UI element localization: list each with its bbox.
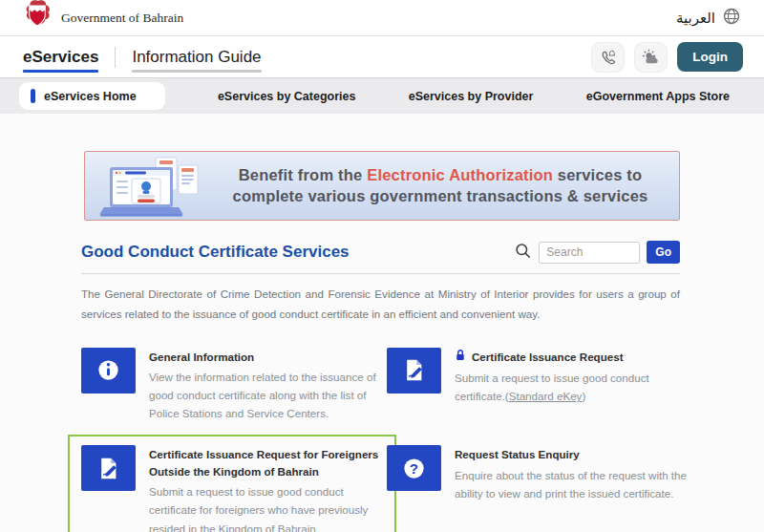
service-title[interactable]: General Information [149, 349, 387, 365]
bahrain-coat-of-arms-icon [23, 0, 52, 35]
info-icon [81, 348, 136, 394]
main-tabs: eServices Information Guide [23, 36, 262, 77]
language-switch[interactable]: العربية [676, 7, 741, 30]
subnav-item-eservices-by-provider[interactable]: eServices by Provider [409, 90, 534, 103]
question-icon: ? [387, 445, 441, 491]
tab-eservices-label: eServices [23, 48, 98, 67]
tab-information-guide-label: Information Guide [132, 48, 261, 67]
banner-message: Benefit from the Electronic Authorizatio… [209, 165, 679, 207]
globe-icon [722, 7, 741, 30]
service-title[interactable]: Certificate Issuance Request for Foreign… [149, 446, 387, 479]
section-description: The General Directorate of Crime Detecti… [81, 285, 680, 325]
banner-highlight-text: Electronic Authorization [367, 166, 553, 183]
support-call-icon [599, 48, 618, 67]
service-general-information[interactable]: General Information View the information… [81, 348, 387, 423]
weather-icon [641, 48, 662, 67]
document-edit-icon [387, 348, 441, 394]
main-content: Benefit from the Electronic Authorizatio… [0, 114, 764, 532]
government-brand-label: Government of Bahrain [61, 11, 183, 26]
page-title: Good Conduct Certificate Services [81, 243, 350, 262]
main-navbar: eServices Information Guide Login [0, 36, 764, 78]
document-edit-icon [81, 445, 136, 491]
search-bar: Go [514, 241, 680, 264]
search-icon [514, 242, 532, 264]
service-description: Submit a request to issue good conduct c… [455, 369, 692, 405]
svg-text:?: ? [410, 460, 418, 477]
banner-text-prefix: Benefit from the [239, 166, 368, 183]
login-button[interactable]: Login [677, 42, 743, 72]
service-title[interactable]: Request Status Enquiry [455, 446, 692, 462]
top-header: Government of Bahrain العربية [0, 0, 764, 36]
subnav-item-egovernment-apps-store[interactable]: eGovernment Apps Store [586, 90, 730, 103]
lock-icon [455, 349, 466, 366]
section-header: Good Conduct Certificate Services Go [81, 241, 680, 264]
subnav-item-label: eServices Home [44, 90, 137, 103]
tab-information-guide[interactable]: Information Guide [132, 36, 261, 77]
subnav: eServices Home eServices by Categories e… [0, 78, 764, 114]
subnav-item-eservices-home[interactable]: eServices Home [19, 82, 165, 110]
standard-ekey-link[interactable]: Standard eKey [509, 390, 583, 402]
service-request-status-enquiry[interactable]: ? Request Status Enquiry Enquire about t… [387, 445, 692, 502]
weather-button[interactable] [634, 42, 668, 73]
service-description: View the information related to the issu… [149, 368, 387, 422]
laptop-documents-illustration [96, 156, 209, 221]
service-description: Enquire about the status of the request … [455, 466, 692, 502]
service-certificate-issuance-foreigners[interactable]: Certificate Issuance Request for Foreign… [68, 435, 396, 532]
tab-eservices[interactable]: eServices [23, 36, 98, 77]
section-divider [81, 273, 680, 274]
government-brand[interactable]: Government of Bahrain [23, 0, 183, 35]
service-title[interactable]: Certificate Issuance Request [472, 349, 624, 365]
search-input[interactable] [539, 242, 640, 264]
service-certificate-issuance-request[interactable]: Certificate Issuance Request Submit a re… [387, 348, 692, 406]
search-go-button[interactable]: Go [647, 241, 680, 264]
tab-divider [115, 47, 116, 68]
subnav-item-eservices-by-categories[interactable]: eServices by Categories [218, 90, 356, 103]
service-description: Submit a request to issue good conduct c… [149, 482, 387, 532]
language-switch-label[interactable]: العربية [676, 10, 715, 27]
support-call-button[interactable] [591, 42, 625, 73]
active-indicator-bar [31, 89, 35, 103]
electronic-authorization-banner[interactable]: Benefit from the Electronic Authorizatio… [84, 151, 680, 221]
services-grid: General Information View the information… [81, 348, 680, 532]
navbar-actions: Login [591, 42, 743, 73]
